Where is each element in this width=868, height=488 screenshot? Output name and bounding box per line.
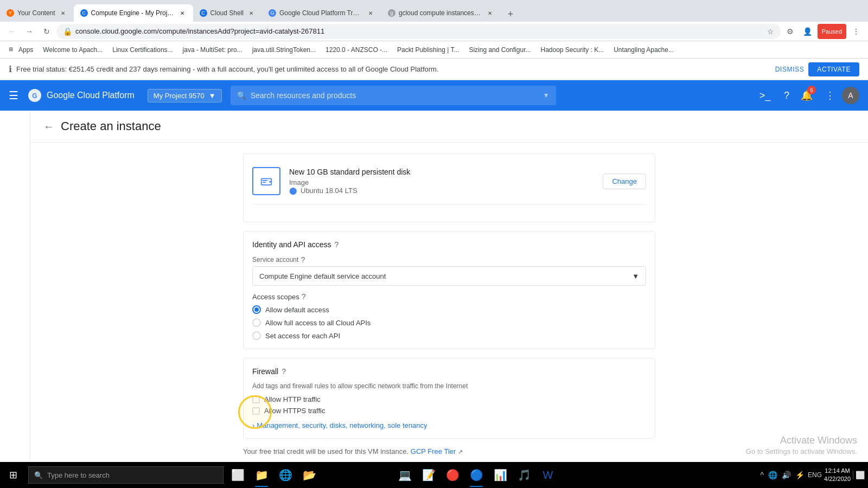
- search-bar[interactable]: 🔍 Search resources and products ▼: [231, 86, 556, 105]
- disk-icon-wrap: [252, 167, 280, 195]
- access-scopes-wrap: Access scopes ? Allow default access All…: [252, 292, 646, 340]
- taskbar-vs[interactable]: 💻: [393, 462, 417, 488]
- taskbar-task-view[interactable]: ⬜: [226, 462, 250, 488]
- bookmark-stringtoken[interactable]: java.util.StringToken...: [248, 43, 320, 56]
- taskbar-app13[interactable]: 🎵: [512, 462, 536, 488]
- more-options-button[interactable]: ⋮: [820, 86, 840, 105]
- profile-icon[interactable]: 👤: [800, 24, 815, 39]
- hamburger-menu[interactable]: ☰: [9, 89, 18, 102]
- taskbar-calculator[interactable]: 🖩: [321, 462, 345, 488]
- tab-compute-engine[interactable]: C Compute Engine - My Project 95... ✕: [74, 4, 193, 22]
- language-indicator[interactable]: ENG: [808, 471, 822, 479]
- radio-each-label: Set access for each API: [265, 332, 340, 340]
- bookmark-untangling[interactable]: Untangling Apache...: [609, 43, 678, 56]
- tab2-close[interactable]: ✕: [178, 9, 187, 17]
- gcp-free-tier-link[interactable]: GCP Free Tier: [411, 447, 456, 455]
- system-clock[interactable]: 12:14 AM 4/22/2020: [824, 467, 851, 484]
- firewall-section: Firewall ? Add tags and firewall rules t…: [243, 358, 655, 439]
- bookmark-icon[interactable]: ☆: [767, 27, 774, 36]
- address-box[interactable]: 🔒 console.cloud.google.com/compute/insta…: [56, 24, 781, 39]
- taskbar-search-box[interactable]: 🔍 Type here to search: [28, 466, 224, 484]
- checkbox-http[interactable]: Allow HTTP traffic: [252, 395, 646, 403]
- show-desktop-button[interactable]: ⬜: [853, 471, 866, 479]
- bookmark-packt[interactable]: Packt Publishing | T...: [393, 43, 463, 56]
- tab-your-content[interactable]: Y Your Content ✕: [0, 4, 74, 22]
- svg-point-3: [269, 181, 271, 183]
- battery-icon[interactable]: ⚡: [794, 471, 806, 479]
- dismiss-button[interactable]: DISMISS: [775, 66, 805, 73]
- expand-management-link[interactable]: › Management, security, disks, networkin…: [252, 421, 646, 429]
- forward-button[interactable]: →: [22, 24, 37, 39]
- tab5-close[interactable]: ✕: [486, 9, 494, 17]
- identity-title-text: Identity and API access: [252, 240, 331, 249]
- activate-button[interactable]: ACTIVATE: [808, 62, 859, 76]
- help-button[interactable]: ?: [777, 86, 796, 105]
- radio-default-access[interactable]: Allow default access: [252, 305, 646, 314]
- address-text: console.cloud.google.com/compute/instanc…: [75, 27, 324, 35]
- taskbar-word[interactable]: W: [536, 462, 560, 488]
- tab3-close[interactable]: ✕: [247, 9, 256, 17]
- notification-badge: 6: [807, 86, 816, 94]
- change-image-button[interactable]: Change: [603, 174, 646, 189]
- taskbar-powerpoint[interactable]: 📊: [488, 462, 512, 488]
- bookmark-anzsco[interactable]: 1220.0 - ANZSCO -...: [321, 43, 392, 56]
- taskbar-app10[interactable]: 📝: [417, 462, 441, 488]
- access-scopes-help-icon[interactable]: ?: [302, 292, 306, 301]
- taskbar-app7[interactable]: ✈: [345, 462, 369, 488]
- project-selector[interactable]: My Project 9570 ▼: [148, 89, 222, 102]
- bookmark-linux[interactable]: Linux Certifications...: [108, 43, 177, 56]
- https-checkbox[interactable]: [252, 407, 260, 415]
- paused-badge[interactable]: Paused: [818, 24, 846, 39]
- taskbar-app8[interactable]: 🖱: [369, 462, 393, 488]
- bookmark-hadoop-label: Hadoop Security : K...: [540, 46, 604, 54]
- app7-icon: ✈: [353, 468, 362, 481]
- https-label: Allow HTTPS traffic: [264, 407, 325, 415]
- taskbar-explorer[interactable]: 📁: [250, 462, 273, 488]
- http-checkbox[interactable]: [252, 396, 260, 403]
- reload-button[interactable]: ↻: [39, 24, 54, 39]
- tab-gcloud[interactable]: g gcloud compute instances creat... ✕: [381, 4, 501, 22]
- radio-default-label: Allow default access: [265, 306, 329, 314]
- cloud-shell-button[interactable]: >_: [755, 86, 775, 105]
- taskbar-chrome[interactable]: 🔵: [464, 462, 488, 488]
- bookmark-apps[interactable]: ⊞ Apps: [4, 43, 37, 56]
- bookmark-sizing[interactable]: Sizing and Configur...: [464, 43, 535, 56]
- service-account-help-icon[interactable]: ?: [301, 255, 305, 264]
- gcp-logo-text: Google Cloud Platform: [47, 91, 135, 100]
- taskbar-edge[interactable]: 🌐: [273, 462, 297, 488]
- address-bar-row: ← → ↻ 🔒 console.cloud.google.com/compute…: [0, 22, 868, 41]
- svg-text:G: G: [32, 92, 37, 100]
- disk-image-value: ⬤ Ubuntu 18.04 LTS: [289, 187, 410, 195]
- firewall-help-icon[interactable]: ?: [282, 367, 286, 376]
- bookmark-anzsco-label: 1220.0 - ANZSCO -...: [326, 46, 387, 54]
- back-button[interactable]: ←: [4, 24, 20, 39]
- tab4-close[interactable]: ✕: [366, 9, 375, 17]
- new-tab-button[interactable]: +: [503, 7, 518, 22]
- bookmark-linux-label: Linux Certifications...: [112, 46, 173, 54]
- bookmark-hadoop[interactable]: Hadoop Security : K...: [536, 43, 608, 56]
- extensions-icon[interactable]: ⚙: [783, 24, 798, 39]
- menu-dots[interactable]: ⋮: [848, 24, 864, 39]
- windows-start-button[interactable]: ⊞: [0, 462, 26, 488]
- checkbox-https[interactable]: Allow HTTPS traffic: [252, 407, 646, 415]
- identity-help-icon[interactable]: ?: [335, 240, 339, 249]
- back-to-list-button[interactable]: ←: [43, 120, 54, 133]
- tab-cloud-shell[interactable]: C Cloud Shell ✕: [193, 4, 262, 22]
- bookmark-stringtoken-label: java.util.StringToken...: [252, 46, 316, 54]
- network-icon[interactable]: 🌐: [767, 471, 778, 479]
- radio-each-api[interactable]: Set access for each API: [252, 331, 646, 340]
- radio-full-access[interactable]: Allow full access to all Cloud APIs: [252, 318, 646, 327]
- service-account-select[interactable]: Compute Engine default service account ▼: [252, 266, 646, 286]
- help-icon: ?: [784, 90, 789, 101]
- tab1-close[interactable]: ✕: [59, 9, 67, 17]
- bookmark-apache[interactable]: Welcome to Apach...: [39, 43, 107, 56]
- tab-gcp-training[interactable]: G Google Cloud Platform Training ✕: [262, 4, 381, 22]
- taskbar-folder[interactable]: 📂: [297, 462, 321, 488]
- volume-icon[interactable]: 🔊: [781, 471, 792, 479]
- notification-button[interactable]: 🔔 6: [799, 86, 818, 105]
- taskbar-app11[interactable]: 🔴: [441, 462, 464, 488]
- arrow-up-icon[interactable]: ^: [759, 471, 765, 479]
- user-avatar[interactable]: A: [842, 87, 859, 104]
- bookmark-java[interactable]: java - MultiSet: pro...: [178, 43, 247, 56]
- http-label: Allow HTTP traffic: [264, 395, 321, 403]
